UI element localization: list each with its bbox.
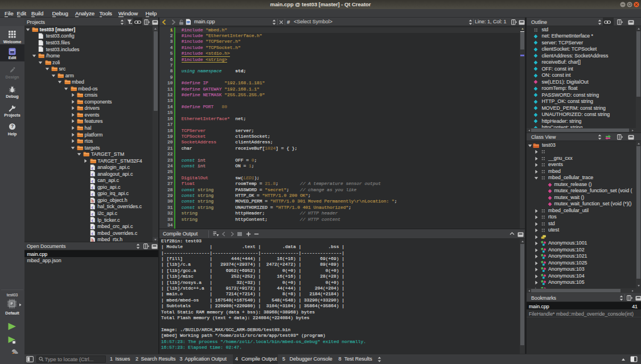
- svg-text:c: c: [92, 205, 94, 210]
- svg-text:c: c: [92, 224, 94, 229]
- svg-text:c: c: [92, 185, 94, 190]
- svg-text:h: h: [91, 198, 94, 203]
- svg-text:c: c: [92, 179, 94, 184]
- svg-text:c: c: [92, 231, 94, 236]
- svg-text:?: ?: [11, 123, 14, 129]
- svg-text:c: c: [92, 166, 94, 171]
- svg-text:c: c: [92, 218, 94, 223]
- svg-text:c: c: [92, 172, 94, 177]
- svg-text:c: c: [92, 192, 94, 197]
- svg-text:C+: C+: [186, 21, 190, 24]
- svg-text:h: h: [91, 238, 94, 242]
- svg-text:c: c: [92, 211, 94, 216]
